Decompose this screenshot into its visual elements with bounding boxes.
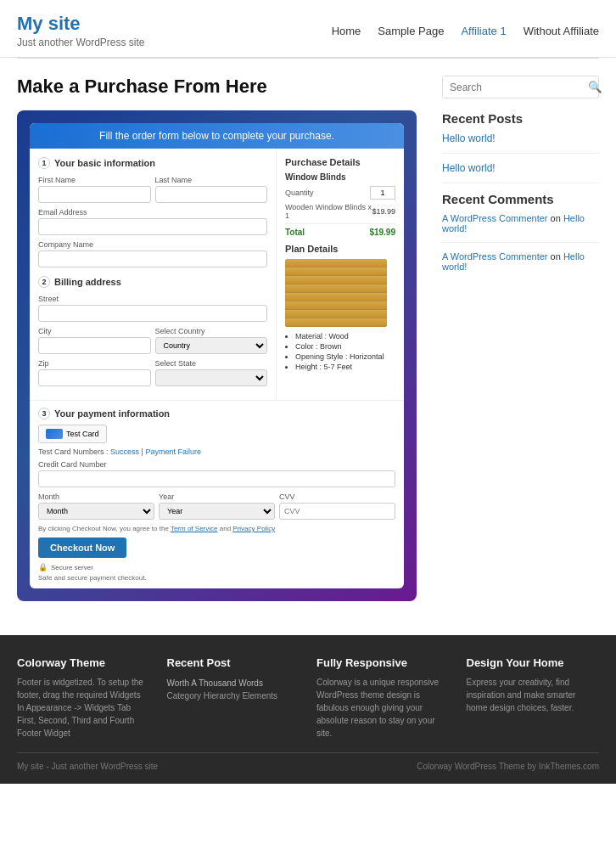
posts-divider	[442, 153, 599, 154]
commenter-1[interactable]: A WordPress Commenter	[442, 213, 548, 223]
plan-details-section: Plan Details	[285, 244, 395, 371]
main-nav: Home Sample Page Affiliate 1 Without Aff…	[332, 25, 599, 37]
nav-home[interactable]: Home	[332, 25, 361, 37]
main-layout: Make a Purchase From Here Fill the order…	[0, 59, 616, 618]
footer-bottom-left: My site - Just another WordPress site	[17, 762, 158, 771]
last-name-label: Last Name	[155, 176, 268, 184]
email-label: Email Address	[38, 208, 267, 217]
search-input[interactable]	[443, 76, 584, 98]
footer-col3-text: Colorway is a unique responsive WordPres…	[316, 676, 450, 740]
footer-col1-title: Colorway Theme	[17, 656, 150, 669]
terms-link[interactable]: Term of Service	[171, 525, 218, 532]
form-header: Fill the order form below to complete yo…	[30, 123, 404, 149]
name-row: First Name Last Name	[38, 176, 267, 203]
payment-fields-row: Month Month Year Year CVV	[38, 492, 395, 520]
comment-1: A WordPress Commenter on Hello world!	[442, 213, 599, 234]
state-select[interactable]	[155, 369, 268, 386]
total-price: $19.99	[369, 228, 395, 237]
purchase-details-title: Purchase Details	[285, 157, 395, 167]
sidebar: 🔍 Recent Posts Hello world! Hello world!…	[442, 76, 599, 601]
section2-num: 2	[38, 276, 50, 288]
city-group: City	[38, 327, 151, 354]
form-right: Purchase Details Window Blinds Quantity …	[277, 149, 404, 400]
privacy-link[interactable]: Privacy Policy	[232, 525, 275, 532]
recent-comments-title: Recent Comments	[442, 192, 599, 206]
product-name: Window Blinds	[285, 172, 395, 182]
city-label: City	[38, 327, 151, 335]
payment-section: 3 Your payment information Test Card Tes…	[30, 400, 404, 588]
company-label: Company Name	[38, 240, 267, 249]
secure-badge: 🔒 Secure server	[38, 563, 395, 571]
section3-num: 3	[38, 408, 50, 419]
search-box: 🔍	[442, 76, 599, 98]
site-title: My site	[17, 13, 145, 35]
first-name-label: First Name	[38, 176, 151, 184]
quantity-label: Quantity	[285, 189, 314, 197]
test-card-button[interactable]: Test Card	[38, 425, 107, 443]
zip-input[interactable]	[38, 369, 151, 386]
email-group: Email Address	[38, 208, 267, 235]
comment-2: A WordPress Commenter on Hello world!	[442, 251, 599, 272]
year-label: Year	[159, 492, 275, 501]
company-group: Company Name	[38, 240, 267, 267]
purchase-card: Fill the order form below to complete yo…	[17, 110, 417, 601]
footer-col1-text: Footer is widgetized. To setup the foote…	[17, 676, 150, 740]
plan-spec-3: Opening Style : Horizontal	[295, 352, 395, 361]
street-input[interactable]	[38, 305, 267, 322]
zip-label: Zip	[38, 359, 151, 368]
page-title: Make a Purchase From Here	[17, 76, 417, 98]
month-group: Month Month	[38, 492, 154, 520]
plan-spec-1: Material : Wood	[295, 332, 395, 340]
footer-col-3: Fully Responsive Colorway is a unique re…	[316, 656, 450, 740]
card-btn-label: Test Card	[66, 430, 99, 438]
first-name-input[interactable]	[38, 186, 151, 203]
lock-icon: 🔒	[38, 563, 48, 571]
site-header: My site Just another WordPress site Home…	[0, 0, 616, 59]
recent-post-1[interactable]: Hello world!	[442, 132, 599, 144]
card-number-input[interactable]	[38, 470, 395, 487]
footer-bottom: My site - Just another WordPress site Co…	[17, 752, 599, 771]
site-branding: My site Just another WordPress site	[17, 13, 145, 48]
last-name-input[interactable]	[155, 186, 268, 203]
city-input[interactable]	[38, 337, 151, 354]
form-body: 1 Your basic information First Name Last…	[30, 149, 404, 400]
nav-without-affiliate[interactable]: Without Affiliate	[524, 25, 599, 37]
footer-bottom-right: Colorway WordPress Theme by InkThemes.co…	[417, 762, 599, 771]
street-label: Street	[38, 295, 267, 303]
year-group: Year Year	[159, 492, 275, 520]
section2-title: 2 Billing address	[38, 276, 267, 288]
footer-col2-link[interactable]: Worth A Thousand Words	[167, 678, 263, 688]
nav-sample-page[interactable]: Sample Page	[378, 25, 444, 37]
commenter-2[interactable]: A WordPress Commenter	[442, 251, 548, 262]
footer-col2-sub: Category Hierarchy Elements	[167, 691, 278, 701]
month-select[interactable]: Month	[38, 503, 154, 520]
search-button[interactable]: 🔍	[584, 76, 607, 98]
footer-grid: Colorway Theme Footer is widgetized. To …	[17, 656, 599, 740]
section-divider	[442, 183, 599, 183]
site-tagline: Just another WordPress site	[17, 37, 145, 48]
checkout-button[interactable]: Checkout Now	[38, 537, 126, 558]
product-image	[285, 259, 387, 327]
item-row: Wooden Window Blinds x 1 $19.99	[285, 203, 395, 220]
card-icon	[46, 429, 63, 439]
secure-text: Safe and secure payment checkout.	[38, 574, 395, 582]
recent-post-2[interactable]: Hello world!	[442, 162, 599, 174]
cvv-input[interactable]	[279, 503, 395, 520]
footer-col-4: Design Your Home Express your creativity…	[467, 656, 600, 740]
test-card-numbers: Test Card Numbers : Success | Payment Fa…	[38, 447, 395, 456]
cvv-group: CVV	[279, 492, 395, 520]
card-number-label: Credit Card Number	[38, 460, 395, 469]
footer-col-2: Recent Post Worth A Thousand Words Categ…	[167, 656, 300, 740]
success-link[interactable]: Success	[110, 447, 139, 456]
secure-label: Secure server	[51, 564, 93, 571]
quantity-row: Quantity	[285, 186, 395, 200]
country-select[interactable]: Country	[155, 337, 268, 354]
month-label: Month	[38, 492, 154, 501]
failure-link[interactable]: Payment Failure	[145, 447, 201, 456]
company-input[interactable]	[38, 250, 267, 267]
nav-affiliate1[interactable]: Affiliate 1	[461, 25, 506, 37]
year-select[interactable]: Year	[159, 503, 275, 520]
email-input[interactable]	[38, 218, 267, 235]
last-name-group: Last Name	[155, 176, 268, 203]
quantity-input[interactable]	[370, 186, 395, 200]
